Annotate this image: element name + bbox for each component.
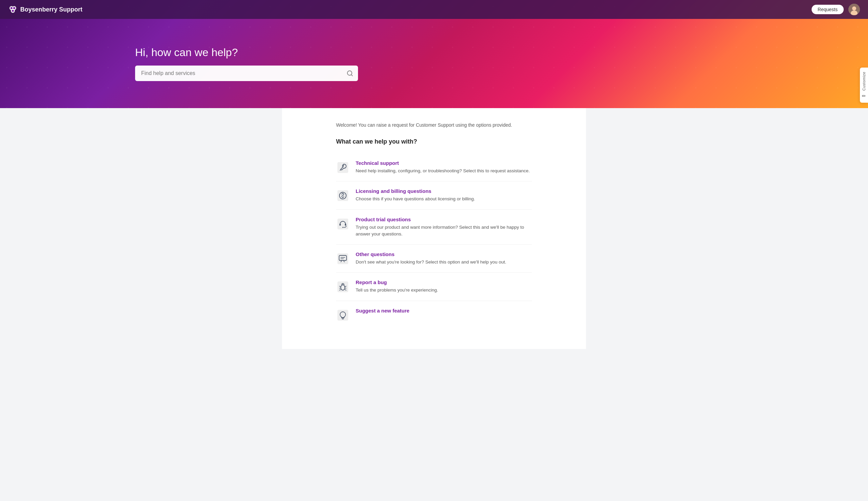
svg-rect-16 [345, 224, 346, 226]
search-icon [347, 70, 353, 77]
main-content: Welcome! You can raise a request for Cus… [282, 108, 586, 349]
category-item-licensing-billing[interactable]: Licensing and billing questions Choose t… [336, 181, 532, 210]
svg-point-17 [343, 227, 344, 228]
bug-icon [336, 280, 349, 294]
logo-name: Boysenberry Support [20, 6, 83, 13]
search-bar [135, 65, 358, 81]
headset-icon [336, 217, 349, 231]
search-input[interactable] [135, 65, 358, 81]
category-title-licensing-billing[interactable]: Licensing and billing questions [356, 188, 475, 194]
avatar-image [848, 4, 860, 15]
category-content-suggest-feature: Suggest a new feature [356, 308, 409, 315]
svg-point-5 [12, 10, 14, 12]
category-item-suggest-feature[interactable]: Suggest a new feature [336, 301, 532, 329]
dollar-icon [336, 189, 349, 202]
requests-button[interactable]: Requests [812, 5, 844, 14]
pencil-icon: ✏ [862, 93, 866, 99]
chat-icon [336, 252, 349, 266]
svg-point-3 [10, 7, 12, 9]
category-content-report-bug: Report a bug Tell us the problems you're… [356, 279, 438, 294]
customize-sidebar[interactable]: Customize ✏ [860, 67, 868, 103]
header-actions: Requests [812, 4, 860, 15]
category-title-product-trial[interactable]: Product trial questions [356, 216, 532, 222]
svg-point-4 [13, 7, 15, 9]
avatar[interactable] [848, 4, 860, 15]
search-button[interactable] [347, 70, 353, 77]
welcome-text: Welcome! You can raise a request for Cus… [336, 121, 532, 129]
category-content-licensing-billing: Licensing and billing questions Choose t… [356, 188, 475, 202]
svg-point-7 [852, 7, 856, 10]
category-item-report-bug[interactable]: Report a bug Tell us the problems you're… [336, 273, 532, 301]
category-desc-product-trial: Trying out our product and want more inf… [356, 224, 532, 238]
lightbulb-icon [336, 308, 349, 322]
hero-title: Hi, how can we help? [135, 46, 238, 59]
category-desc-report-bug: Tell us the problems you're experiencing… [356, 287, 438, 294]
category-item-product-trial[interactable]: Product trial questions Trying out our p… [336, 210, 532, 245]
category-item-other-questions[interactable]: Other questions Don't see what you're lo… [336, 245, 532, 273]
customize-label: Customize [862, 72, 866, 90]
svg-rect-15 [339, 224, 341, 226]
category-list: Technical support Need help installing, … [336, 153, 532, 329]
tools-icon [336, 161, 349, 174]
category-content-technical-support: Technical support Need help installing, … [356, 160, 530, 174]
category-title-technical-support[interactable]: Technical support [356, 160, 530, 166]
svg-rect-11 [337, 162, 348, 173]
section-title: What can we help you with? [336, 138, 532, 145]
category-content-other-questions: Other questions Don't see what you're lo… [356, 251, 506, 266]
category-item-technical-support[interactable]: Technical support Need help installing, … [336, 153, 532, 181]
header: Boysenberry Support Requests [0, 0, 868, 19]
logo[interactable]: Boysenberry Support [8, 5, 83, 14]
svg-line-10 [351, 74, 352, 76]
category-content-product-trial: Product trial questions Trying out our p… [356, 216, 532, 238]
category-title-report-bug[interactable]: Report a bug [356, 279, 438, 285]
logo-icon [8, 5, 18, 14]
category-title-other-questions[interactable]: Other questions [356, 251, 506, 257]
category-desc-technical-support: Need help installing, configuring, or tr… [356, 168, 530, 174]
category-title-suggest-feature[interactable]: Suggest a new feature [356, 308, 409, 313]
category-desc-other-questions: Don't see what you're looking for? Selec… [356, 259, 506, 266]
svg-rect-22 [337, 281, 348, 292]
category-desc-licensing-billing: Choose this if you have questions about … [356, 195, 475, 202]
